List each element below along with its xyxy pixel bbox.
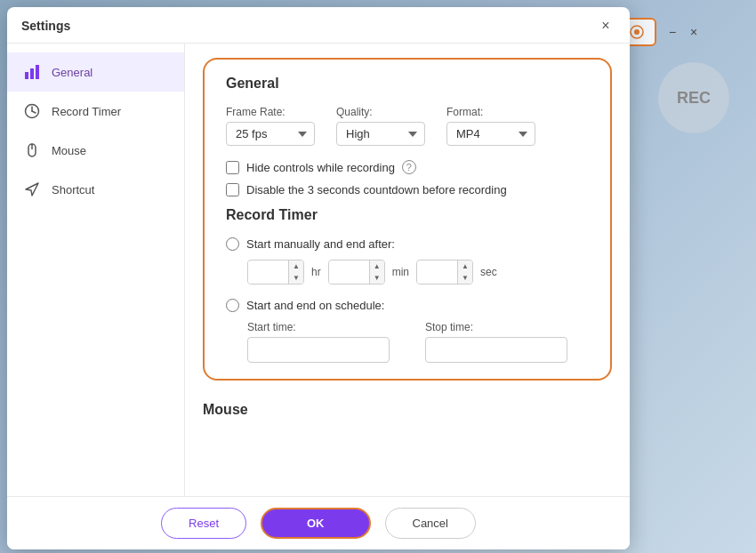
svg-rect-3	[30, 68, 34, 79]
reset-button[interactable]: Reset	[161, 508, 246, 539]
disable-countdown-row: Disable the 3 seconds countdown before r…	[226, 183, 589, 196]
schedule-row: Start and end on schedule:	[226, 299, 589, 312]
hide-controls-checkbox[interactable]	[226, 161, 239, 174]
ok-button[interactable]: OK	[261, 508, 371, 539]
record-timer-title: Record Timer	[226, 207, 589, 223]
rec-widget: − ×	[617, 18, 703, 46]
hr-up-button[interactable]: ▲	[289, 260, 303, 272]
format-select[interactable]: MP4 AVI MOV	[446, 122, 535, 146]
hide-controls-label: Hide controls while recording	[246, 161, 395, 174]
sec-input[interactable]: 0	[417, 261, 457, 284]
record-timer-section: Record Timer Start manually and end afte…	[226, 207, 589, 363]
quality-label: Quality:	[336, 106, 425, 118]
format-label: Format:	[446, 106, 535, 118]
min-unit-label: min	[392, 266, 409, 278]
svg-point-1	[634, 29, 639, 35]
min-spinner: 0 ▲ ▼	[328, 260, 385, 285]
hr-down-button[interactable]: ▼	[289, 272, 303, 284]
svg-rect-2	[25, 72, 28, 79]
sec-down-button[interactable]: ▼	[458, 272, 472, 284]
start-time-group: Start time: 06/22/2022 16:57:26	[247, 321, 390, 363]
dialog-body: General Record Timer	[7, 44, 630, 496]
general-section-title: General	[226, 76, 589, 92]
sec-up-button[interactable]: ▲	[458, 260, 472, 272]
sec-spinner-buttons: ▲ ▼	[457, 260, 472, 284]
hr-input[interactable]: 1	[248, 261, 288, 284]
sec-spinner: 0 ▲ ▼	[416, 260, 473, 285]
schedule-radio[interactable]	[226, 299, 239, 312]
schedule-time-row: Start time: 06/22/2022 16:57:26 Stop tim…	[247, 321, 589, 363]
help-icon[interactable]: ?	[402, 160, 416, 174]
stop-time-input[interactable]: 06/22/2022 17:57:26	[425, 337, 567, 363]
format-group: Format: MP4 AVI MOV	[446, 106, 535, 146]
sidebar-item-general-label: General	[52, 66, 92, 79]
cancel-button[interactable]: Cancel	[385, 508, 476, 539]
disable-countdown-checkbox[interactable]	[226, 183, 239, 196]
start-manually-radio[interactable]	[226, 237, 239, 251]
stop-time-label: Stop time:	[425, 321, 567, 333]
start-time-label: Start time:	[247, 321, 390, 333]
dialog-title-bar: Settings ×	[7, 7, 630, 44]
settings-dialog: Settings × General	[7, 7, 630, 549]
sidebar-item-general[interactable]: General	[7, 52, 184, 92]
sidebar-item-record-timer-label: Record Timer	[52, 105, 121, 118]
quality-group: Quality: High Medium Low	[336, 106, 425, 146]
settings-section-box: General Frame Rate: 25 fps 30 fps 60 fps…	[203, 58, 612, 381]
rec-circle[interactable]: REC	[658, 62, 729, 133]
min-down-button[interactable]: ▼	[370, 272, 384, 284]
sidebar-item-shortcut[interactable]: Shortcut	[7, 170, 184, 209]
svg-rect-4	[36, 65, 39, 79]
start-manually-row: Start manually and end after:	[226, 237, 589, 251]
sidebar: General Record Timer	[7, 44, 185, 496]
quality-settings-row: Frame Rate: 25 fps 30 fps 60 fps Quality…	[226, 106, 589, 146]
clock-icon	[23, 102, 41, 120]
hide-controls-row: Hide controls while recording ?	[226, 160, 589, 174]
send-icon	[23, 180, 41, 198]
hr-spinner: 1 ▲ ▼	[247, 260, 304, 285]
bar-chart-icon	[23, 63, 41, 81]
rec-widget-controls: − ×	[664, 23, 703, 41]
main-content: General Frame Rate: 25 fps 30 fps 60 fps…	[185, 44, 630, 496]
svg-line-7	[32, 111, 36, 113]
mouse-icon	[23, 141, 41, 159]
quality-select[interactable]: High Medium Low	[336, 122, 425, 146]
schedule-label: Start and end on schedule:	[246, 299, 384, 312]
min-spinner-buttons: ▲ ▼	[369, 260, 384, 284]
dialog-footer: Reset OK Cancel	[7, 496, 630, 549]
hr-spinner-buttons: ▲ ▼	[288, 260, 303, 284]
rec-minimize-button[interactable]: −	[664, 23, 681, 41]
stop-time-group: Stop time: 06/22/2022 17:57:26	[425, 321, 567, 363]
hr-unit-label: hr	[311, 266, 321, 278]
min-up-button[interactable]: ▲	[370, 260, 384, 272]
frame-rate-label: Frame Rate:	[226, 106, 315, 118]
frame-rate-select[interactable]: 25 fps 30 fps 60 fps	[226, 122, 315, 146]
mouse-section-label: Mouse	[203, 395, 612, 421]
start-manually-label: Start manually and end after:	[246, 237, 395, 251]
sidebar-item-record-timer[interactable]: Record Timer	[7, 92, 184, 131]
sidebar-item-mouse-label: Mouse	[52, 144, 86, 157]
dialog-close-button[interactable]: ×	[596, 16, 615, 36]
frame-rate-group: Frame Rate: 25 fps 30 fps 60 fps	[226, 106, 315, 146]
dialog-title: Settings	[21, 19, 70, 33]
min-input[interactable]: 0	[329, 261, 369, 284]
rec-text: REC	[677, 89, 711, 108]
sec-unit-label: sec	[480, 266, 497, 278]
rec-close-button[interactable]: ×	[685, 23, 703, 41]
disable-countdown-label: Disable the 3 seconds countdown before r…	[246, 183, 507, 196]
start-time-input[interactable]: 06/22/2022 16:57:26	[247, 337, 390, 363]
sidebar-item-shortcut-label: Shortcut	[52, 183, 94, 196]
sidebar-item-mouse[interactable]: Mouse	[7, 131, 184, 170]
timer-inputs-row: 1 ▲ ▼ hr 0 ▲ ▼	[247, 260, 589, 285]
